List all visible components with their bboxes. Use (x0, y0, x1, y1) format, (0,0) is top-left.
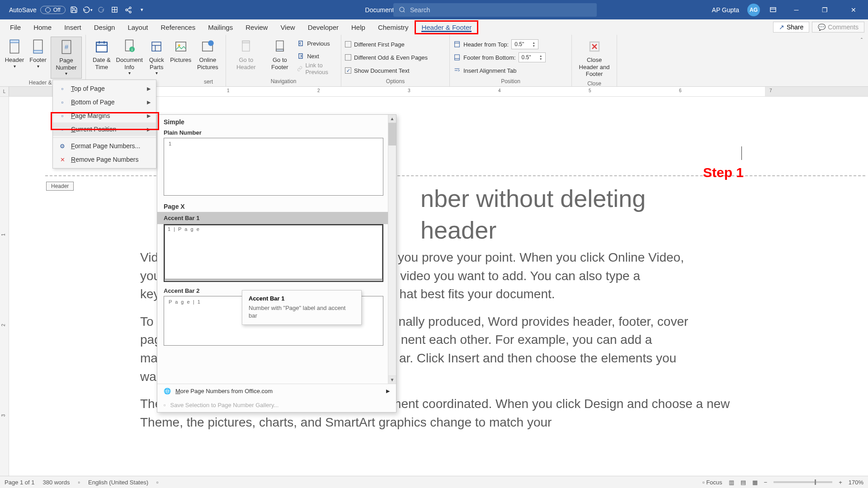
menu-layout[interactable]: Layout (121, 21, 154, 34)
goto-header-icon (238, 38, 254, 55)
text-cursor (741, 146, 742, 160)
accent1-preview-text: 1 | P a g e (165, 225, 382, 279)
menu-design[interactable]: Design (88, 21, 122, 34)
maximize-button[interactable]: ❐ (815, 0, 835, 19)
ribbon-display-icon[interactable] (768, 5, 778, 15)
accent2-preview-text: P a g e | 1 (169, 299, 201, 305)
link-previous-label: Link to Previous (305, 62, 337, 75)
goto-header-label: Go to Header (232, 56, 260, 70)
search-icon (399, 6, 406, 13)
show-document-text-checkbox[interactable]: ✓Show Document Text (345, 65, 428, 76)
ruler-corner[interactable]: L (0, 87, 9, 96)
header-top-label: Header from Top: (463, 41, 509, 48)
header-label: Header (5, 56, 24, 64)
svg-rect-33 (242, 41, 250, 43)
gallery-plain-preview[interactable]: 1 (164, 138, 383, 196)
share-button[interactable]: ↗Share (773, 22, 809, 33)
view-print-icon[interactable]: ▤ (741, 479, 746, 486)
alignment-tab-icon (453, 67, 461, 74)
dd-format-page-numbers[interactable]: ⚙Format Page Numbers... (53, 139, 156, 153)
status-macro-icon[interactable]: ▫ (156, 479, 159, 486)
menu-mailings[interactable]: Mailings (202, 21, 239, 34)
different-first-page-checkbox[interactable]: Different First Page (345, 38, 428, 50)
document-info-button[interactable]: iDocument Info▾ (116, 37, 143, 78)
view-read-icon[interactable]: ▥ (729, 479, 734, 486)
pictures-button[interactable]: Pictures (170, 37, 192, 66)
gallery-scrollbar[interactable]: ▲ ▼ (388, 115, 396, 384)
close-button[interactable]: ✕ (843, 0, 863, 19)
user-name[interactable]: AP Gupta (712, 6, 739, 14)
menu-header-footer[interactable]: Header & Footer (415, 20, 478, 34)
menu-developer[interactable]: Developer (302, 21, 345, 34)
svg-point-31 (208, 40, 214, 46)
menu-file[interactable]: File (4, 21, 27, 34)
quick-parts-button[interactable]: Quick Parts▾ (145, 37, 168, 78)
undo-icon[interactable]: ▾ (83, 5, 93, 15)
page-bottom-icon: ▫ (58, 98, 66, 106)
status-words[interactable]: 380 words (43, 479, 70, 486)
autosave-toggle[interactable]: Off (40, 6, 66, 14)
online-pictures-button[interactable]: Online Pictures (193, 37, 222, 72)
menu-references[interactable]: References (154, 21, 202, 34)
table-icon[interactable] (110, 5, 120, 15)
footer-button[interactable]: Footer▾ (27, 37, 49, 71)
link-previous-button[interactable]: Link to Previous (297, 63, 337, 75)
scroll-up-icon[interactable]: ▲ (388, 115, 396, 123)
zoom-level[interactable]: 170% (849, 479, 863, 486)
calendar-icon (94, 38, 110, 55)
group-options-label: Options (345, 77, 446, 86)
next-button[interactable]: Next (297, 50, 337, 62)
status-language[interactable]: English (United States) (88, 479, 148, 486)
globe-icon: 🌐 (164, 388, 171, 394)
more-from-office-button[interactable]: 🌐More Page Numbers from Office.com▶ (157, 384, 396, 398)
menu-home[interactable]: Home (27, 21, 58, 34)
svg-point-8 (400, 7, 404, 12)
dd-top-of-page[interactable]: ▫Top of Page▶ (53, 82, 156, 95)
menu-review[interactable]: Review (239, 21, 274, 34)
minimize-button[interactable]: ─ (786, 0, 807, 19)
page-number-button[interactable]: #Page Number▾ (51, 37, 82, 79)
zoom-in-button[interactable]: + (839, 479, 842, 486)
footer-bottom-input[interactable]: 0.5"▲▼ (519, 52, 546, 62)
different-odd-even-checkbox[interactable]: Different Odd & Even Pages (345, 52, 428, 63)
share-qat-icon[interactable] (123, 5, 133, 15)
header-top-icon (453, 41, 461, 48)
user-avatar[interactable]: AG (747, 4, 760, 16)
date-time-button[interactable]: Date & Time (90, 37, 114, 72)
dd-bottom-of-page[interactable]: ▫Bottom of Page▶ (53, 95, 156, 109)
status-focus[interactable]: ▫ Focus (703, 479, 722, 486)
redo-icon[interactable] (96, 5, 106, 15)
svg-rect-40 (455, 55, 460, 60)
previous-button[interactable]: Previous (297, 38, 337, 49)
ribbon-collapse-icon[interactable]: ˆ (861, 35, 868, 86)
menu-chemistry[interactable]: Chemistry (372, 21, 415, 34)
save-selection-button: ▫Save Selection to Page Number Gallery..… (157, 398, 396, 412)
save-icon[interactable] (69, 5, 79, 15)
goto-header-button[interactable]: Go to Header (230, 37, 263, 72)
zoom-slider[interactable] (774, 481, 832, 483)
insert-alignment-tab-button[interactable]: Insert Alignment Tab (453, 65, 546, 76)
footer-from-bottom-row: Footer from Bottom:0.5"▲▼ (453, 52, 546, 63)
search-box[interactable]: Search (393, 3, 597, 17)
zoom-out-button[interactable]: − (764, 479, 768, 486)
menu-view[interactable]: View (274, 21, 301, 34)
save-selection-label: Save Selection to Page Number Gallery... (170, 402, 279, 408)
view-web-icon[interactable]: ▦ (752, 479, 758, 486)
scroll-thumb[interactable] (388, 123, 396, 145)
title-bar: AutoSave Off ▾ ▾ Document1 - Word Search… (0, 0, 868, 19)
vertical-ruler[interactable]: 1 2 3 (0, 97, 9, 476)
close-header-footer-button[interactable]: Close Header and Footer (576, 37, 613, 80)
header-top-input[interactable]: 0.5"▲▼ (511, 39, 538, 49)
menu-help[interactable]: Help (345, 21, 372, 34)
header-button[interactable]: Header▾ (4, 37, 25, 71)
goto-footer-button[interactable]: Go to Footer (264, 37, 296, 72)
dd-remove-page-numbers[interactable]: ✕Remove Page Numbers (53, 153, 156, 166)
status-page[interactable]: Page 1 of 1 (5, 479, 35, 486)
menu-insert[interactable]: Insert (58, 21, 88, 34)
qat-more-icon[interactable]: ▾ (137, 5, 147, 15)
comments-button[interactable]: 💬Comments (812, 22, 864, 33)
scroll-down-icon[interactable]: ▼ (388, 375, 396, 384)
gallery-accent1-preview[interactable]: 1 | P a g e (164, 224, 383, 282)
gallery-cat-pagex: Page X (157, 199, 396, 212)
status-spelling-icon[interactable]: ▫ (78, 479, 80, 486)
